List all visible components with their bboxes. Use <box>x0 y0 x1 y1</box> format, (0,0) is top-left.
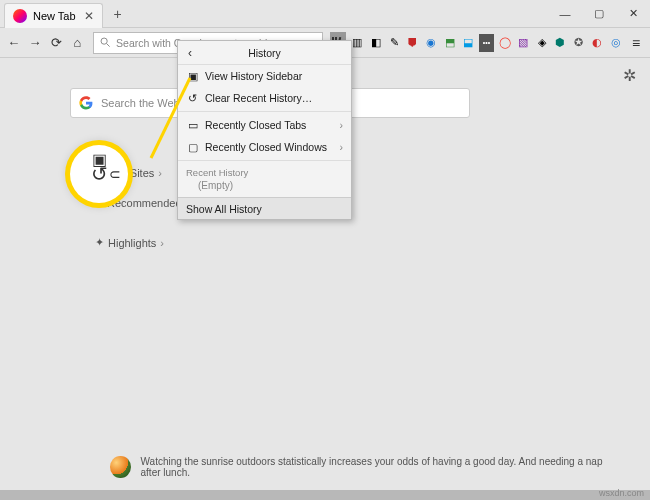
ext-icon-11[interactable]: ◈ <box>535 34 549 52</box>
window-close-button[interactable]: ✕ <box>616 0 650 28</box>
back-button[interactable]: ← <box>4 31 23 55</box>
ext-icon-7[interactable]: ⬓ <box>461 34 475 52</box>
watermark: wsxdn.com <box>599 488 644 498</box>
ext-icon-10[interactable]: ▧ <box>516 34 530 52</box>
ext-icon-1[interactable]: ▥ <box>350 34 364 52</box>
ext-icon-13[interactable]: ✪ <box>572 34 586 52</box>
forward-button[interactable]: → <box>25 31 44 55</box>
ext-icon-6[interactable]: ⬒ <box>442 34 456 52</box>
menu-button[interactable]: ≡ <box>632 35 640 51</box>
chevron-right-icon: › <box>340 141 344 153</box>
zoom-callout: ▣ ↺ ⊂ <box>70 145 128 203</box>
minimize-button[interactable]: — <box>548 0 582 28</box>
sidebar-icon-zoomed: ▣ <box>92 150 107 169</box>
history-dropdown: ‹ History ▣ View History Sidebar ↺ Clear… <box>177 40 352 220</box>
partial-icon-zoomed: ⊂ <box>109 166 121 182</box>
show-all-history-item[interactable]: Show All History <box>178 197 351 219</box>
search-icon <box>100 37 111 48</box>
new-tab-button[interactable]: + <box>107 3 129 25</box>
ext-icon-2[interactable]: ◧ <box>369 34 383 52</box>
ext-icon-3[interactable]: ✎ <box>387 34 401 52</box>
firefox-icon <box>13 9 27 23</box>
titlebar: New Tab ✕ + — ▢ ✕ <box>0 0 650 28</box>
snippet-text: Watching the sunrise outdoors statistica… <box>141 456 620 478</box>
snippet-bar: Watching the sunrise outdoors statistica… <box>110 456 620 478</box>
ext-icon-15[interactable]: ◎ <box>608 34 622 52</box>
dropdown-back-button[interactable]: ‹ <box>178 46 202 60</box>
ext-icon-4[interactable]: ⛊ <box>405 34 419 52</box>
clear-recent-history-item[interactable]: ↺ Clear Recent History… <box>178 87 351 109</box>
recent-history-empty: (Empty) <box>178 178 351 197</box>
ext-icon-5[interactable]: ◉ <box>424 34 438 52</box>
google-icon <box>79 96 93 110</box>
highlights-heading[interactable]: ✦Highlights› <box>95 236 164 249</box>
ext-icon-9[interactable]: ◯ <box>498 34 512 52</box>
dropdown-title: History <box>202 47 351 59</box>
chevron-right-icon: › <box>340 119 344 131</box>
snippet-icon <box>110 456 131 478</box>
tab-title: New Tab <box>33 10 76 22</box>
home-button[interactable]: ⌂ <box>68 31 87 55</box>
svg-point-0 <box>101 38 107 44</box>
ext-icon-8[interactable]: ••• <box>479 34 493 52</box>
browser-tab[interactable]: New Tab ✕ <box>4 3 103 28</box>
callout-line <box>148 76 193 160</box>
tab-close-icon[interactable]: ✕ <box>84 9 94 23</box>
maximize-button[interactable]: ▢ <box>582 0 616 28</box>
recent-history-group-label: Recent History <box>178 163 351 178</box>
recently-closed-tabs-item[interactable]: ▭ Recently Closed Tabs › <box>178 114 351 136</box>
recently-closed-windows-item[interactable]: ▢ Recently Closed Windows › <box>178 136 351 158</box>
settings-gear-icon[interactable]: ✲ <box>623 66 636 85</box>
svg-line-1 <box>107 44 110 47</box>
reload-button[interactable]: ⟳ <box>47 31 66 55</box>
ext-icon-14[interactable]: ◐ <box>590 34 604 52</box>
view-history-sidebar-item[interactable]: ▣ View History Sidebar <box>178 65 351 87</box>
svg-line-5 <box>151 78 190 158</box>
ext-icon-12[interactable]: ⬢ <box>553 34 567 52</box>
